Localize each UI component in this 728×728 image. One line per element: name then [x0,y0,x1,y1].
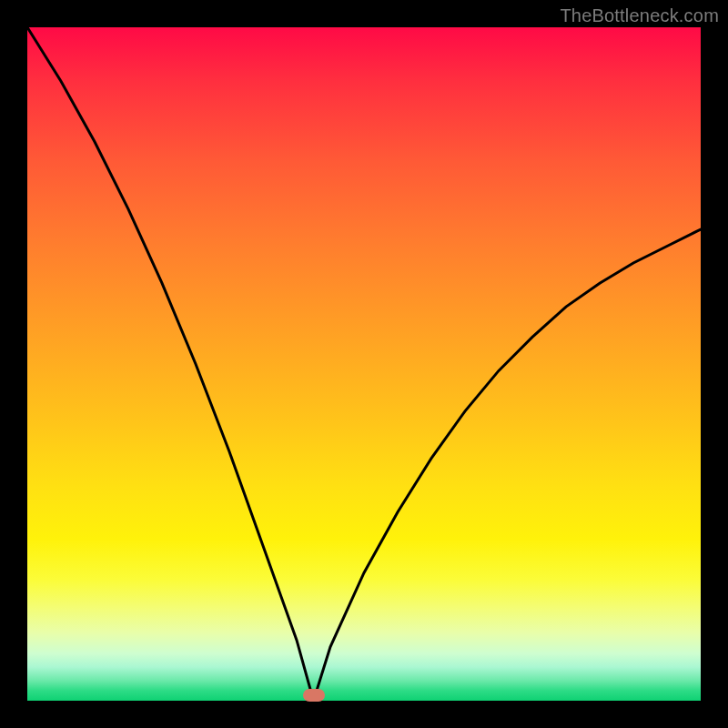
plot-area [27,27,701,701]
chart-frame: TheBottleneck.com [0,0,728,728]
minimum-marker [303,689,325,702]
watermark-text: TheBottleneck.com [560,5,719,26]
curve-svg [27,27,701,701]
bottleneck-curve-path [27,27,701,701]
